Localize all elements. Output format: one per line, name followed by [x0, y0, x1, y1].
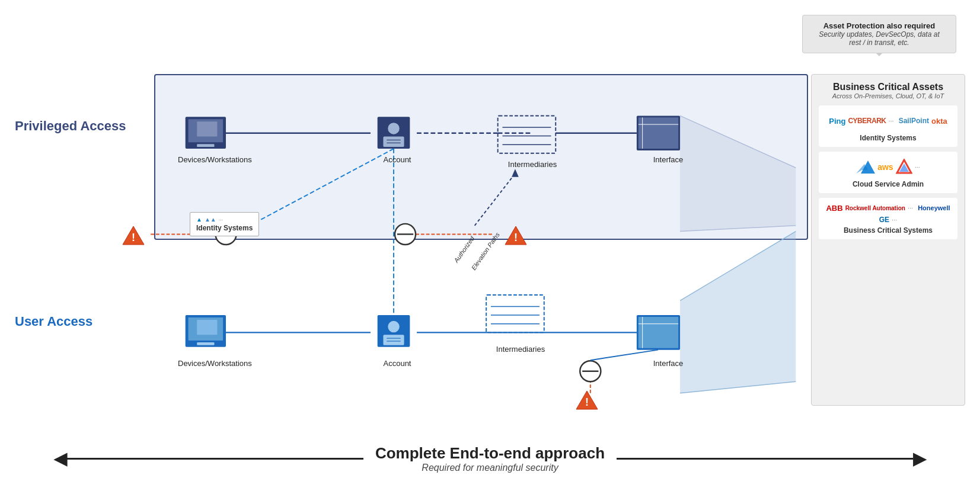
svg-rect-18 [637, 315, 680, 350]
bca-subtitle: Across On-Premises, Cloud, OT, & IoT [819, 92, 957, 100]
dots-1: ··· [888, 117, 893, 124]
bca-cloud-label: Cloud Service Admin [823, 180, 953, 188]
asset-protection-tooltip: Asset Protection also required Security … [802, 15, 956, 53]
bca-cloud-section: aws ··· Cloud Service Admin [819, 152, 957, 193]
svg-rect-19 [639, 317, 678, 348]
bca-panel: Business Critical Assets Across On-Premi… [811, 74, 965, 406]
bca-identity-section: Ping CYBERARK ··· SailPoint okta Identit… [819, 105, 957, 147]
sailpoint-logo: SailPoint [899, 117, 929, 125]
bca-cloud-logos: aws ··· [823, 156, 953, 178]
identity-systems-popup: ▲ ▲▲ ··· Identity Systems [190, 212, 259, 236]
bca-systems-label: Business Critical Systems [823, 226, 953, 235]
rockwell-logo: Rockwell Automation [845, 205, 905, 211]
user-intermediaries-label: Intermediaries [485, 345, 556, 354]
asset-protection-subtitle: Security updates, DevSecOps, data at res… [812, 30, 946, 47]
svg-line-59 [680, 232, 796, 301]
cyberark-logo: CYBERARK [848, 117, 886, 125]
svg-line-60 [680, 381, 796, 393]
svg-point-28 [388, 321, 400, 333]
bca-title: Business Critical Assets [819, 82, 957, 92]
asset-protection-title: Asset Protection also required [812, 21, 946, 30]
priv-account-label: Account [375, 155, 420, 164]
bottom-line-left [67, 458, 363, 460]
azure-logo [856, 159, 875, 175]
privileged-access-label: Privileged Access [15, 118, 126, 134]
user-account-label: Account [375, 359, 420, 368]
bca-systems-logos: ABB Rockwell Automation ··· Honeywell GE… [823, 203, 953, 224]
dots-3: ··· [908, 204, 913, 211]
svg-marker-49 [588, 365, 593, 373]
svg-rect-27 [378, 315, 410, 347]
dots-4: ··· [892, 216, 897, 223]
okta-logo: okta [931, 117, 947, 126]
svg-text:!: ! [585, 396, 589, 408]
aws-logo: aws [877, 162, 893, 172]
abb-logo: ABB [826, 204, 842, 213]
svg-rect-10 [486, 295, 544, 332]
svg-marker-62 [680, 232, 796, 393]
svg-point-54 [580, 361, 601, 381]
ping-logo: Ping [829, 117, 845, 126]
identity-popup-label: Identity Systems [196, 224, 253, 232]
svg-text:!: ! [132, 232, 135, 243]
warning-icon-2: ! [504, 225, 528, 248]
svg-text:!: ! [514, 232, 518, 243]
svg-rect-36 [186, 315, 226, 347]
honeywell-logo: Honeywell [918, 204, 950, 211]
dots-2: ··· [915, 163, 920, 171]
warning-icon-3: ! [575, 390, 599, 413]
user-access-label: User Access [15, 314, 92, 329]
svg-rect-38 [197, 342, 214, 345]
svg-rect-37 [189, 317, 224, 341]
warning-icon-1: ! [122, 225, 145, 248]
bca-identity-label: Identity Systems [823, 134, 953, 142]
bca-systems-section: ABB Rockwell Automation ··· Honeywell GE… [819, 198, 957, 239]
bca-identity-logos: Ping CYBERARK ··· SailPoint okta [823, 110, 953, 131]
user-interface-label: Interface [641, 359, 695, 368]
user-devices-label: Devices/Workstations [178, 359, 231, 368]
bottom-line-right [617, 458, 913, 460]
svg-rect-39 [197, 320, 217, 335]
arrow-container: ◀ Complete End-to-end approach Required … [6, 444, 974, 473]
priv-intermediaries-label: Intermediaries [497, 160, 568, 169]
gcp-logo [896, 159, 912, 175]
bottom-section: ◀ Complete End-to-end approach Required … [6, 442, 974, 473]
ge-logo: GE [879, 216, 889, 224]
left-arrow: ◀ [54, 449, 67, 468]
right-arrow: ▶ [913, 449, 926, 468]
diagram-container: Asset Protection also required Security … [6, 6, 974, 485]
svg-rect-29 [383, 335, 404, 345]
end-to-end-subtitle: Required for meaningful security [375, 463, 605, 473]
priv-devices-label: Devices/Workstations [178, 155, 231, 164]
end-to-end-title: Complete End-to-end approach [375, 444, 605, 463]
priv-interface-label: Interface [641, 155, 695, 164]
